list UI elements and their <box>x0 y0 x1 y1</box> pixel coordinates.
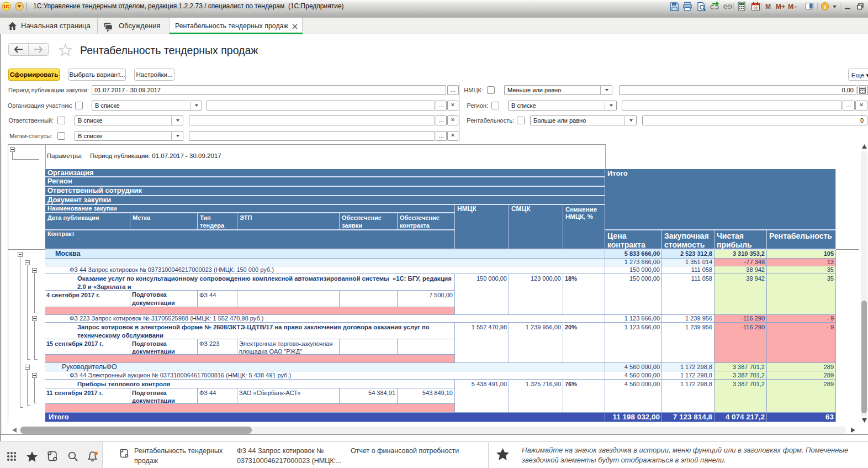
svg-text:1С: 1С <box>3 4 10 9</box>
svg-text:M–: M– <box>788 3 797 10</box>
svg-text:M: M <box>765 3 771 10</box>
svg-text:31: 31 <box>753 6 758 10</box>
svg-text:M+: M+ <box>776 3 785 10</box>
